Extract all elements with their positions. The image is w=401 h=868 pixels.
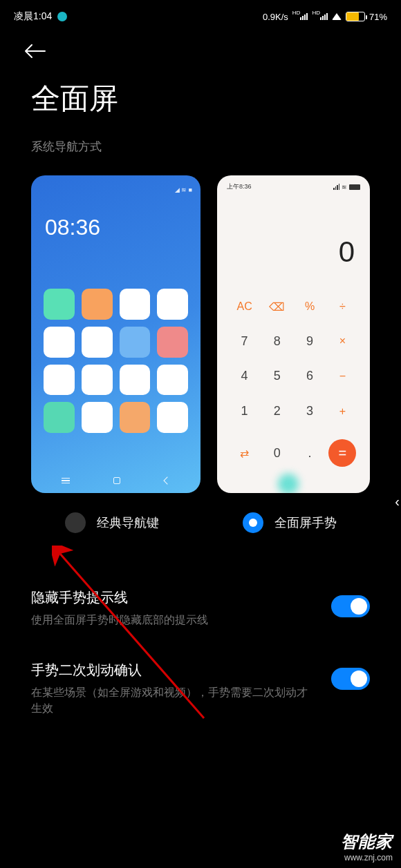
app-icon xyxy=(82,402,113,433)
status-bar: 凌晨1:04 0.9K/s HD HD 71% xyxy=(0,0,401,30)
app-icon xyxy=(120,327,151,358)
preview-row: ◢ ≋ ■ 08:36 上午8:36 ≋ 0 AC ⌫ % ÷ 7 8 9 xyxy=(0,175,401,493)
preview-calc-statusbar: 上午8:36 ≋ xyxy=(217,175,370,194)
settings-list: 隐藏手势提示线 使用全面屏手势时隐藏底部的提示线 手势二次划动确认 在某些场景（… xyxy=(0,561,401,716)
app-icon xyxy=(82,327,113,358)
wifi-icon xyxy=(332,13,342,20)
calc-keypad: AC ⌫ % ÷ 7 8 9 × 4 5 6 − 1 2 3 + ⇄ 0 . = xyxy=(217,289,370,493)
preview-home-navbar xyxy=(39,472,192,493)
preview-classic-nav[interactable]: ◢ ≋ ■ 08:36 xyxy=(31,175,200,493)
setting-confirm-desc: 在某些场景（如全屏游戏和视频），手势需要二次划动才生效 xyxy=(31,685,317,716)
preview-fullscreen-gesture[interactable]: 上午8:36 ≋ 0 AC ⌫ % ÷ 7 8 9 × 4 5 6 − 1 2 … xyxy=(217,175,370,493)
app-icon xyxy=(120,402,151,433)
battery-icon xyxy=(346,12,365,21)
setting-confirm-title: 手势二次划动确认 xyxy=(31,661,317,679)
preview-home-grid xyxy=(39,289,192,433)
radio-unselected-icon xyxy=(65,512,86,533)
calc-percent: % xyxy=(294,295,326,319)
setting-gesture-confirm: 手势二次划动确认 在某些场景（如全屏游戏和视频），手势需要二次划动才生效 xyxy=(31,661,370,716)
network-speed: 0.9K/s xyxy=(263,12,288,22)
back-arrow-icon xyxy=(24,44,46,59)
nav-menu-icon xyxy=(62,478,70,484)
app-icon xyxy=(82,365,113,396)
option-classic-label: 经典导航键 xyxy=(97,514,159,531)
battery-percent: 71% xyxy=(369,12,387,22)
section-label: 系统导航方式 xyxy=(0,139,401,175)
status-dot-icon xyxy=(57,12,67,21)
status-left: 凌晨1:04 xyxy=(14,10,67,23)
calc-minus: − xyxy=(326,364,359,389)
calc-swap: ⇄ xyxy=(228,434,261,472)
signal-1-icon: HD xyxy=(292,13,308,20)
option-classic-nav[interactable]: 经典导航键 xyxy=(31,512,192,533)
preview-home-time: 08:36 xyxy=(45,215,192,240)
calc-9: 9 xyxy=(294,329,326,354)
calc-1: 1 xyxy=(228,398,261,424)
option-fullscreen-label: 全面屏手势 xyxy=(274,514,337,531)
app-icon xyxy=(44,365,75,396)
app-icon xyxy=(157,289,188,320)
calc-equals: = xyxy=(328,439,356,467)
app-icon xyxy=(82,289,113,320)
calc-2: 2 xyxy=(261,398,293,424)
status-right: 0.9K/s HD HD 71% xyxy=(263,12,387,22)
app-icon xyxy=(44,402,75,433)
calc-display: 0 xyxy=(217,194,370,289)
calc-3: 3 xyxy=(294,398,326,424)
page-title: 全面屏 xyxy=(0,66,401,139)
calc-7: 7 xyxy=(228,329,261,354)
status-time: 凌晨1:04 xyxy=(14,10,52,23)
nav-back-icon xyxy=(163,476,171,484)
edge-chevron-icon: ‹ xyxy=(395,494,400,510)
app-icon xyxy=(157,327,188,358)
nav-home-icon xyxy=(113,477,120,484)
app-icon xyxy=(44,327,75,358)
toggle-gesture-confirm[interactable] xyxy=(331,668,370,690)
calc-plus: + xyxy=(326,398,359,424)
setting-hide-gesture-line: 隐藏手势提示线 使用全面屏手势时隐藏底部的提示线 xyxy=(31,588,370,628)
watermark: 智能家 www.znj.com xyxy=(341,831,393,862)
gesture-glow-icon xyxy=(278,474,299,493)
calc-dot: . xyxy=(294,434,326,472)
option-fullscreen-gesture[interactable]: 全面屏手势 xyxy=(209,512,370,533)
calc-0: 0 xyxy=(261,434,293,472)
calc-6: 6 xyxy=(294,364,326,389)
calc-delete: ⌫ xyxy=(261,295,293,319)
app-icon xyxy=(120,289,151,320)
nav-options: 经典导航键 全面屏手势 xyxy=(0,493,401,561)
setting-hide-title: 隐藏手势提示线 xyxy=(31,588,317,607)
app-icon xyxy=(157,365,188,396)
calc-8: 8 xyxy=(261,329,293,354)
setting-hide-desc: 使用全面屏手势时隐藏底部的提示线 xyxy=(31,613,317,628)
calc-ac: AC xyxy=(228,295,261,319)
back-button[interactable] xyxy=(0,30,60,66)
calc-4: 4 xyxy=(228,364,261,389)
calc-multiply: × xyxy=(326,329,359,354)
calc-5: 5 xyxy=(261,364,293,389)
calc-divide: ÷ xyxy=(326,295,359,319)
app-icon xyxy=(120,365,151,396)
signal-2-icon: HD xyxy=(312,13,328,20)
radio-selected-icon xyxy=(243,512,263,533)
watermark-brand: 智能家 xyxy=(341,831,393,853)
app-icon xyxy=(157,402,188,433)
app-icon xyxy=(44,289,75,320)
toggle-hide-gesture-line[interactable] xyxy=(331,595,370,617)
preview-home-statusbar: ◢ ≋ ■ xyxy=(39,186,192,194)
watermark-url: www.znj.com xyxy=(341,853,393,862)
